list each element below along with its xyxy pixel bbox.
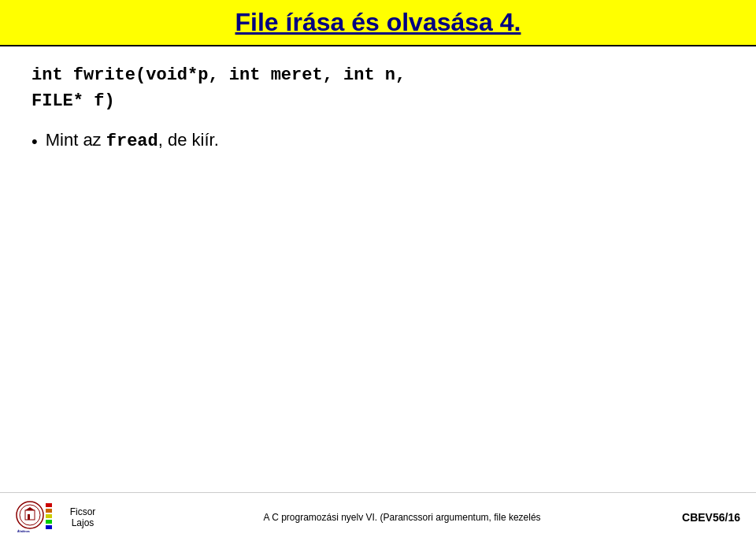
slide-footer: Általános Ficsor Lajos A C programozási … bbox=[0, 492, 756, 541]
svg-rect-8 bbox=[46, 514, 52, 518]
bullet-prefix: Mint az bbox=[46, 130, 106, 150]
svg-rect-9 bbox=[46, 520, 52, 524]
code-line-1: int fwrite(void*p, int meret, int n, bbox=[32, 62, 724, 88]
svg-rect-6 bbox=[46, 503, 52, 507]
footer-logo: Általános bbox=[16, 499, 59, 535]
slide-title: File írása és olvasása 4. bbox=[235, 8, 521, 36]
svg-rect-10 bbox=[46, 525, 52, 529]
svg-rect-7 bbox=[46, 509, 52, 513]
footer-description: A C programozási nyelv VI. (Parancssori … bbox=[122, 512, 682, 523]
bullet-suffix: , de kiír. bbox=[158, 130, 219, 150]
code-line-2: FILE* f) bbox=[32, 88, 724, 114]
svg-text:Általános: Általános bbox=[17, 529, 30, 533]
slide-header: File írása és olvasása 4. bbox=[0, 0, 756, 46]
svg-rect-4 bbox=[28, 514, 30, 520]
bullet-dot-icon: • bbox=[32, 132, 38, 152]
bullet-text: Mint az fread, de kiír. bbox=[46, 130, 219, 151]
university-logo-icon: Általános bbox=[16, 499, 59, 535]
bullet-item: • Mint az fread, de kiír. bbox=[32, 130, 724, 152]
bullet-code: fread bbox=[106, 132, 158, 151]
code-block: int fwrite(void*p, int meret, int n, FIL… bbox=[32, 62, 724, 114]
slide-content: int fwrite(void*p, int meret, int n, FIL… bbox=[0, 46, 756, 492]
slide-number: CBEV56/16 bbox=[682, 511, 740, 524]
author-name: Ficsor Lajos bbox=[59, 506, 106, 528]
